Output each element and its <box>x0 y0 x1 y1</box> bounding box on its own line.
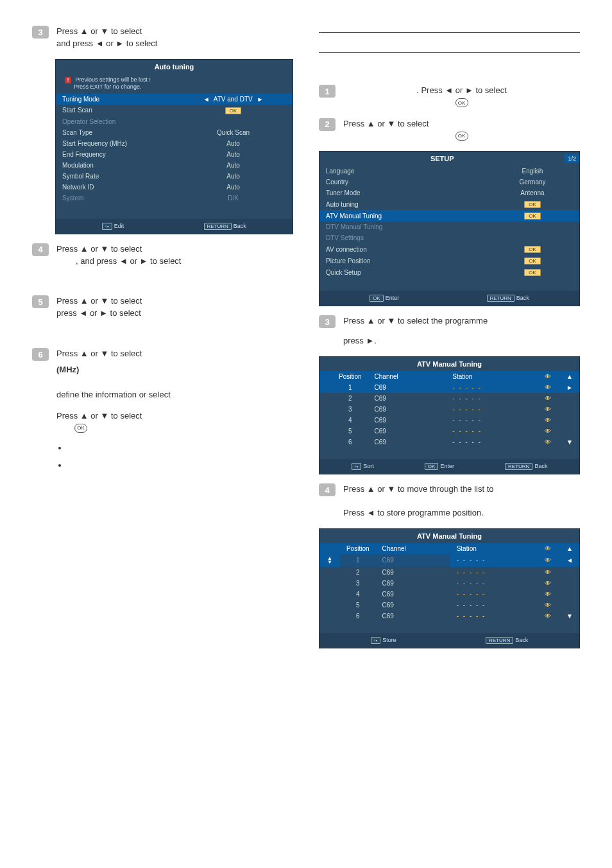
step-6: 6 Press ▲ or ▼ to select (MHz) define th… <box>32 348 293 434</box>
table-row[interactable]: End FrequencyAuto <box>56 149 293 160</box>
table-row[interactable]: Auto tuningOK <box>319 198 579 210</box>
atv1-title: ATV Manual Tuning <box>319 357 579 371</box>
step-badge-2: 2 <box>319 118 336 131</box>
ok-key-icon: OK <box>370 295 384 302</box>
step4-line1: Press ▲ or ▼ to select <box>56 244 142 254</box>
table-row[interactable]: DTV Manual Tuning <box>319 221 579 232</box>
right-step-1: 1 . Press ◄ or ► to select OK <box>319 85 580 109</box>
atv2-table: PositionChannelStation👁▲▲▼1C69- - - - -👁… <box>319 543 579 621</box>
auto-tuning-table: Tuning Mode◄ ATV and DTV ►Start ScanOKOp… <box>56 94 293 204</box>
auto-tuning-warning: ! Previous settings will be lost ! Press… <box>56 74 293 94</box>
atv-panel-2: ATV Manual Tuning PositionChannelStation… <box>319 528 580 648</box>
divider-2 <box>319 52 580 53</box>
return-key-icon: RETURN <box>487 295 514 302</box>
table-row[interactable]: Operator Selection <box>56 116 293 127</box>
step-badge-3r: 3 <box>319 315 336 328</box>
table-row[interactable]: 2C69- - - - -👁 <box>319 567 579 578</box>
right-step-4: 4 Press ▲ or ▼ to move through the list … <box>319 483 580 519</box>
setup-title: SETUP <box>319 152 565 166</box>
right-column: 1 . Press ◄ or ► to select OK 2 Press ▲ … <box>319 26 580 657</box>
table-row[interactable]: LanguageEnglish <box>319 166 579 177</box>
auto-tuning-footer: ◦•Edit RETURNBack <box>56 219 293 234</box>
table-row[interactable]: SystemD/K <box>56 193 293 204</box>
table-row[interactable]: Start ScanOK <box>56 105 293 116</box>
step-3: 3 Press ▲ or ▼ to select and press ◄ or … <box>32 26 293 50</box>
table-row[interactable]: Network IDAuto <box>56 182 293 193</box>
table-header-row: PositionChannelStation👁▲ <box>319 371 579 382</box>
sort-handle-icon[interactable]: ▲▼ <box>326 556 334 565</box>
step4-line2: , and press ◄ or ► to select <box>76 256 181 266</box>
return-key-icon: RETURN <box>486 637 513 644</box>
atv2-footer: ◦•Store RETURNBack <box>319 633 579 648</box>
table-row[interactable]: ▲▼1C69- - - - -👁◄ <box>319 554 579 567</box>
table-row[interactable]: 5C69- - - - -👁 <box>319 426 579 437</box>
step5-line1: Press ▲ or ▼ to select <box>56 296 142 306</box>
r-step2-text: Press ▲ or ▼ to select <box>343 119 429 128</box>
ok-icon: OK <box>455 132 468 141</box>
notes-list <box>68 443 293 470</box>
table-row[interactable]: 5C69- - - - -👁 <box>319 600 579 611</box>
table-row[interactable]: Picture PositionOK <box>319 255 579 266</box>
bullet-2 <box>68 460 293 470</box>
table-row[interactable]: 3C69- - - - -👁 <box>319 578 579 589</box>
step-badge-6: 6 <box>32 348 49 361</box>
bullet-1 <box>68 443 293 453</box>
table-row[interactable]: DTV Settings <box>319 232 579 243</box>
table-row[interactable]: 4C69- - - - -👁 <box>319 415 579 426</box>
r-step3-line1: Press ▲ or ▼ to select the programme <box>343 316 488 326</box>
table-row[interactable]: ModulationAuto <box>56 160 293 171</box>
setup-footer: OKEnter RETURNBack <box>319 291 579 306</box>
step6-line1: Press ▲ or ▼ to select <box>56 349 142 358</box>
step3-line2: and press ◄ or ► to select <box>56 39 157 48</box>
table-row[interactable]: 3C69- - - - -👁 <box>319 404 579 415</box>
store-text: Press ◄ to store programme position. <box>343 508 484 517</box>
atv1-footer: ◦•Sort OKEnter RETURNBack <box>319 459 579 474</box>
table-row[interactable]: 6C69- - - - -👁▼ <box>319 437 579 447</box>
table-row[interactable]: CountryGermany <box>319 177 579 187</box>
table-row[interactable]: Start Frequency (MHz)Auto <box>56 138 293 149</box>
atv-panel-1: ATV Manual Tuning PositionChannelStation… <box>319 356 580 474</box>
step-badge-4r: 4 <box>319 483 336 496</box>
right-step-2: 2 Press ▲ or ▼ to select OK <box>319 118 580 143</box>
table-row[interactable]: Tuner ModeAntenna <box>319 187 579 198</box>
r-step4-text: Press ▲ or ▼ to move through the list to <box>343 484 494 494</box>
table-row[interactable]: 6C69- - - - -👁▼ <box>319 611 579 621</box>
mhz-label: (MHz) <box>56 365 79 374</box>
step-4: 4 Press ▲ or ▼ to select , and press ◄ o… <box>32 243 293 268</box>
ok-key-icon: OK <box>425 463 439 470</box>
auto-tuning-title: Auto tuning <box>56 60 293 74</box>
page-indicator: 1/2 <box>565 154 579 163</box>
step6-line2: define the information or select <box>56 390 171 399</box>
step6-line3: Press ▲ or ▼ to select <box>56 411 142 421</box>
table-row[interactable]: Tuning Mode◄ ATV and DTV ► <box>56 94 293 105</box>
r-step1-text: . Press ◄ or ► to select <box>416 85 507 95</box>
table-row[interactable]: Symbol RateAuto <box>56 171 293 182</box>
right-step-3: 3 Press ▲ or ▼ to select the programme p… <box>319 315 580 347</box>
atv2-title: ATV Manual Tuning <box>319 529 579 543</box>
step-5: 5 Press ▲ or ▼ to select press ◄ or ► to… <box>32 295 293 320</box>
step-badge-5: 5 <box>32 295 49 308</box>
setup-table: LanguageEnglishCountryGermanyTuner ModeA… <box>319 166 579 278</box>
divider-top <box>319 32 580 33</box>
table-row[interactable]: Scan TypeQuick Scan <box>56 127 293 138</box>
return-key-icon: RETURN <box>204 223 232 230</box>
step-badge-1: 1 <box>319 85 336 98</box>
step5-line2: press ◄ or ► to select <box>56 308 141 318</box>
ok-icon: OK <box>455 98 468 107</box>
table-row[interactable]: 4C69- - - - -👁 <box>319 589 579 600</box>
table-row[interactable]: Quick SetupOK <box>319 266 579 278</box>
auto-tuning-panel: Auto tuning ! Previous settings will be … <box>55 59 293 234</box>
table-row[interactable]: ATV Manual TuningOK <box>319 210 579 221</box>
return-key-icon: RETURN <box>505 463 532 470</box>
step3-line1: Press ▲ or ▼ to select <box>56 26 142 36</box>
table-row[interactable]: 1C69- - - - -👁► <box>319 382 579 393</box>
left-column: 3 Press ▲ or ▼ to select and press ◄ or … <box>32 26 293 657</box>
table-row[interactable]: AV connectionOK <box>319 243 579 255</box>
store-key-icon: ◦• <box>371 637 381 644</box>
step-badge-4: 4 <box>32 243 49 256</box>
edit-key-icon: ◦• <box>102 223 112 230</box>
step-badge-3: 3 <box>32 26 49 39</box>
warning-icon: ! <box>65 77 71 83</box>
table-row[interactable]: 2C69- - - - -👁 <box>319 393 579 404</box>
sort-key-icon: ◦• <box>352 463 362 470</box>
